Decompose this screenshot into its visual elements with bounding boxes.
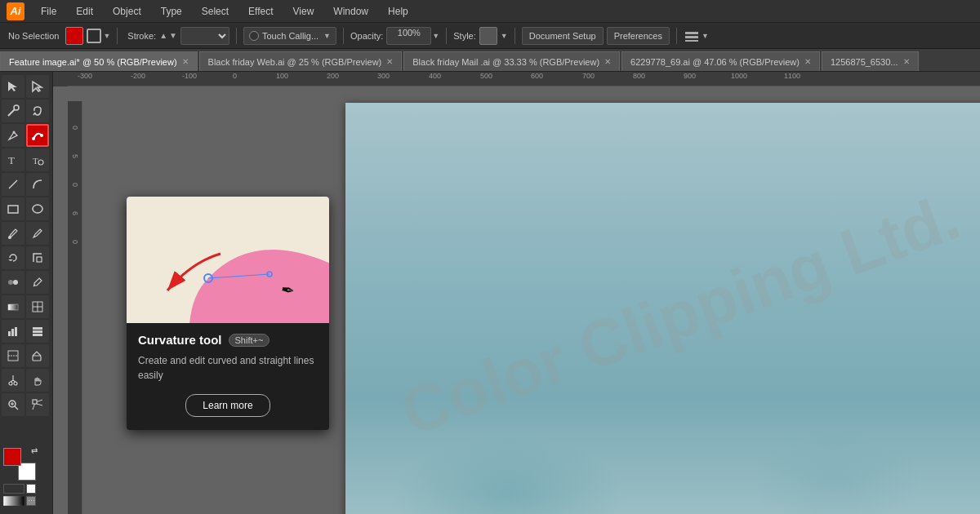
mesh-tool[interactable] [26,295,49,318]
divider-1 [117,28,118,44]
foreground-color[interactable] [3,448,21,466]
scissors-tool[interactable] [2,369,24,392]
hand-tool[interactable] [26,369,49,392]
ruler-left: 0 5 0 6 0 [68,101,82,514]
menu-select[interactable]: Select [198,4,232,19]
tab-close-0[interactable]: ✕ [182,57,189,66]
tab-2[interactable]: Black friday Mail .ai @ 33.33 % (RGB/Pre… [403,51,620,71]
zoom-icon [7,398,20,411]
svg-line-5 [8,109,15,116]
curvature-tool[interactable] [26,124,49,147]
opacity-value[interactable]: 100% [386,27,431,45]
more-colors-btn[interactable]: ⋯ [26,496,36,506]
swap-colors-icon[interactable]: ⇄ [31,446,38,455]
tab-close-4[interactable]: ✕ [903,57,910,66]
selection-tool[interactable] [2,75,24,98]
menu-object[interactable]: Object [109,4,145,19]
style-box[interactable] [479,27,497,45]
svg-point-36 [9,382,12,385]
tooltip-tool-name: Curvature tool [138,333,222,347]
slice-tool[interactable] [2,344,24,367]
svg-rect-27 [8,331,11,336]
lasso-tool[interactable] [26,100,49,122]
learn-more-button[interactable]: Learn more [185,394,270,417]
pencil-tool[interactable] [26,222,49,245]
tooltip-title-row: Curvature tool Shift+~ [138,333,318,347]
svg-rect-19 [37,257,42,262]
menu-window[interactable]: Window [330,4,372,19]
white-swatch[interactable] [26,484,36,494]
bar-chart-tool[interactable] [2,320,24,343]
svg-text:T: T [8,154,15,166]
free-transform-tool[interactable] [26,393,49,416]
free-transform-icon [31,398,44,411]
svg-rect-2 [685,40,698,42]
slice-icon [7,349,20,362]
zoom-tool[interactable] [2,393,24,416]
color-section: ⇄ ⋯ [3,448,36,506]
fill-color-swatch[interactable] [65,27,83,45]
svg-line-48 [33,404,35,410]
document-setup-button[interactable]: Document Setup [522,27,604,45]
type-tool[interactable]: T [2,148,24,171]
menu-edit[interactable]: Edit [73,4,96,19]
menu-effect[interactable]: Effect [245,4,276,19]
svg-point-8 [13,131,16,134]
hollow-arrow-icon [31,80,44,93]
tab-4[interactable]: 1256875_6530... ✕ [822,51,919,71]
rectangle-tool[interactable] [2,197,24,220]
none-swatch[interactable] [3,484,24,494]
ruler-corner [53,72,68,86]
tab-close-3[interactable]: ✕ [804,57,811,66]
svg-rect-31 [33,334,42,336]
menu-help[interactable]: Help [385,4,412,19]
arc-tool[interactable] [26,173,49,196]
gradient-swatch-small[interactable] [3,496,24,506]
tab-0[interactable]: Feature image.ai* @ 50 % (RGB/Preview) ✕ [0,51,198,71]
tool-row-8 [2,246,51,269]
tab-close-2[interactable]: ✕ [604,57,611,66]
svg-line-39 [13,380,16,382]
line-tool[interactable] [2,173,24,196]
pen-tool[interactable] [2,124,24,147]
stroke-label: Stroke: [127,31,156,41]
menu-type[interactable]: Type [158,4,185,19]
ruler-top: -300 -200 -100 0 100 200 300 400 500 600… [53,72,980,86]
scale-tool[interactable] [26,246,49,269]
divider-3 [343,28,344,44]
tool-row-11 [2,320,51,343]
stroke-weight-select[interactable] [180,27,229,45]
svg-rect-15 [8,206,18,213]
curvature-icon [31,129,44,142]
left-toolbar: T T [0,72,53,514]
rotate-tool[interactable] [2,246,24,269]
blend-tool[interactable] [2,271,24,294]
eyedropper-tool[interactable] [26,271,49,294]
ellipse-tool[interactable] [26,197,49,220]
tab-1[interactable]: Black friday Web.ai @ 25 % (RGB/Preview)… [199,51,403,71]
tool-row-1 [2,75,51,98]
magic-wand-tool[interactable] [2,100,24,122]
column-chart-tool[interactable] [26,320,49,343]
tool-row-14 [2,393,51,416]
menu-bar: Ai File Edit Object Type Select Effect V… [0,0,980,23]
eraser-tool[interactable] [26,344,49,367]
curvature-tool-tooltip: ✒ Curvature tool Shift+~ Create and edit… [127,197,329,430]
svg-point-13 [38,160,43,165]
direct-select-tool[interactable] [26,75,49,98]
tool-row-13 [2,369,51,392]
menu-view[interactable]: View [290,4,318,19]
tab-close-1[interactable]: ✕ [386,57,393,66]
gradient-tool[interactable] [2,295,24,318]
svg-rect-0 [685,32,698,34]
no-selection-label: No Selection [5,31,62,41]
main-layout: T T [0,72,980,514]
preferences-button[interactable]: Preferences [607,27,670,45]
tab-3[interactable]: 6229778_69.ai @ 47.06 % (RGB/Preview) ✕ [621,51,820,71]
svg-rect-49 [3,496,24,506]
svg-point-17 [8,236,11,239]
paintbrush-tool[interactable] [2,222,24,245]
menu-file[interactable]: File [38,4,60,19]
touch-type-tool[interactable]: T [26,148,49,171]
brush-definition-select[interactable]: Touch Callig... ▼ [243,27,336,45]
